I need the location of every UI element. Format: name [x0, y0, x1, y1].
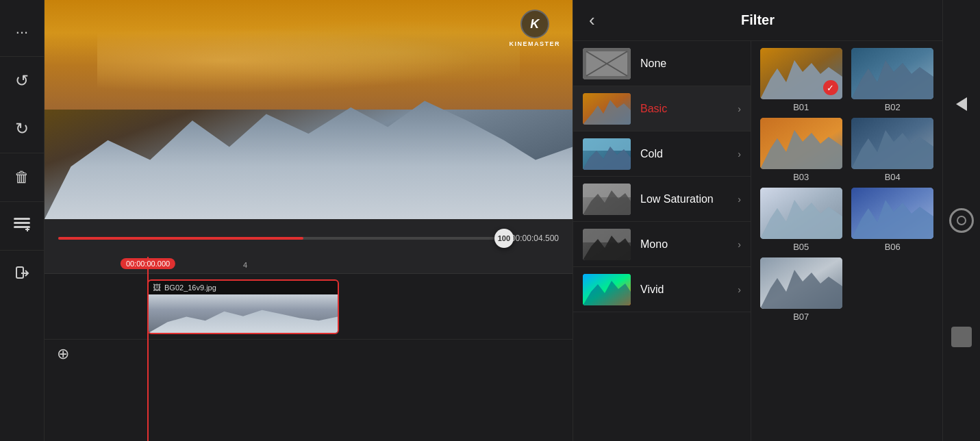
b07-label: B07 — [793, 312, 809, 322]
cursor-time-label: 00:00:00.000 — [121, 258, 175, 269]
b01-thumb: ✓ — [760, 48, 842, 99]
filter-title: Filter — [741, 12, 775, 28]
timeline-cursor: 00:00:00.000 — [147, 257, 149, 441]
left-toolbar: ··· ↺ ↻ 🗑 — [0, 0, 45, 441]
filter-item-b07[interactable]: B07 — [758, 257, 844, 322]
cold-thumb — [583, 138, 631, 170]
filter-categories: None — [573, 41, 751, 441]
b05-thumb — [760, 188, 842, 239]
filter-category-none[interactable]: None — [573, 41, 751, 86]
filter-body: None — [573, 41, 942, 441]
stop-button[interactable] — [943, 316, 981, 357]
b05-label: B05 — [793, 242, 809, 252]
cold-chevron-icon: › — [738, 149, 741, 160]
vivid-thumb — [583, 274, 631, 305]
filter-category-vivid[interactable]: Vivid › — [573, 267, 751, 312]
filter-item-b06[interactable]: B06 — [850, 188, 936, 252]
category-none-label: None — [640, 58, 741, 70]
category-vivid-label: Vivid — [640, 284, 728, 296]
b03-thumb — [760, 118, 842, 169]
more-options-button[interactable]: ··· — [0, 8, 45, 56]
video-preview: K KINEMASTER — [45, 0, 573, 219]
mono-thumb — [583, 229, 631, 260]
add-layer-button[interactable]: ⊕ — [51, 342, 75, 366]
filter-item-b03[interactable]: B03 — [758, 118, 844, 182]
mono-chevron-icon: › — [738, 239, 741, 250]
undo-icon: ↺ — [15, 71, 29, 90]
lowsat-thumb — [583, 184, 631, 215]
b02-thumb — [851, 48, 933, 99]
record-icon — [949, 208, 974, 233]
scrubber-track[interactable]: 100 — [58, 237, 504, 240]
stop-icon — [951, 327, 972, 347]
trash-icon: 🗑 — [14, 168, 29, 186]
vivid-chevron-icon: › — [738, 284, 741, 295]
scrubber-handle[interactable]: 100 — [494, 229, 514, 248]
export-button[interactable] — [0, 251, 45, 299]
kinemaster-logo-circle: K — [520, 10, 549, 38]
image-icon: 🖼 — [153, 283, 161, 292]
b06-label: B06 — [885, 242, 901, 252]
category-mono-label: Mono — [640, 238, 728, 251]
clip-filename: BG02_16v9.jpg — [164, 284, 216, 292]
b06-thumb — [851, 188, 933, 239]
ruler-marker-4: 4 — [243, 261, 247, 269]
more-dots-icon: ··· — [16, 23, 28, 41]
main-area: K KINEMASTER 100 00:00:04.500 00:00:00.0… — [45, 0, 573, 441]
play-back-button[interactable] — [943, 84, 981, 125]
b01-label: B01 — [793, 102, 809, 112]
svg-rect-0 — [14, 218, 30, 220]
end-time-label: 00:00:04.500 — [511, 234, 566, 243]
kinemaster-logo-text: KINEMASTER — [509, 40, 560, 47]
lowsat-chevron-icon: › — [738, 194, 741, 205]
filter-grid: ✓ B01 — [751, 41, 942, 441]
right-sidebar — [942, 0, 980, 441]
kinemaster-logo: K KINEMASTER — [509, 10, 560, 47]
filter-panel: ‹ Filter None — [573, 0, 942, 441]
selected-checkmark: ✓ — [823, 80, 838, 95]
clip-thumbnail — [149, 294, 338, 333]
scrubber-progress — [58, 237, 303, 240]
category-basic-label: Basic — [640, 103, 728, 115]
media-clip[interactable]: 🖼 BG02_16v9.jpg — [147, 279, 339, 334]
redo-button[interactable]: ↻ — [0, 105, 45, 153]
filter-item-b04[interactable]: B04 — [850, 118, 936, 182]
clip-header: 🖼 BG02_16v9.jpg — [149, 281, 338, 294]
adjust-layers-button[interactable] — [0, 202, 45, 250]
filter-category-mono[interactable]: Mono › — [573, 222, 751, 267]
filter-item-b01[interactable]: ✓ B01 — [758, 48, 844, 112]
redo-icon: ↻ — [15, 119, 29, 138]
timeline-add-toolbar: ⊕ — [45, 339, 573, 368]
b03-label: B03 — [793, 172, 809, 182]
b07-thumb — [760, 257, 842, 309]
clip-thumb-mountains — [149, 306, 338, 333]
record-button[interactable] — [943, 200, 981, 241]
video-clouds-layer — [97, 22, 520, 99]
filter-header: ‹ Filter — [573, 0, 942, 41]
filter-item-b02[interactable]: B02 — [850, 48, 936, 112]
b02-label: B02 — [885, 102, 901, 112]
timeline-scrubber[interactable]: 100 00:00:04.500 — [45, 219, 573, 257]
basic-chevron-icon: › — [738, 103, 741, 114]
svg-rect-14 — [583, 138, 631, 151]
category-lowsat-label: Low Saturation — [640, 193, 728, 205]
layers-icon — [14, 218, 30, 235]
play-back-icon — [956, 97, 967, 111]
none-thumb — [583, 48, 631, 79]
basic-thumb — [583, 93, 631, 125]
export-icon — [14, 265, 29, 284]
category-cold-label: Cold — [640, 148, 728, 160]
filter-category-lowsat[interactable]: Low Saturation › — [573, 177, 751, 222]
b04-thumb — [851, 118, 933, 169]
timeline-content: 00:00:00.000 4 🖼 BG02_16v9.jpg — [45, 257, 573, 441]
filter-item-b05[interactable]: B05 — [758, 188, 844, 252]
filter-back-button[interactable]: ‹ — [586, 6, 599, 34]
timeline-area: 100 00:00:04.500 00:00:00.000 4 🖼 BG02_1… — [45, 219, 573, 441]
delete-button[interactable]: 🗑 — [0, 153, 45, 201]
undo-button[interactable]: ↺ — [0, 57, 45, 105]
timeline-track: 🖼 BG02_16v9.jpg — [45, 274, 573, 339]
filter-category-cold[interactable]: Cold › — [573, 131, 751, 177]
svg-rect-1 — [14, 222, 30, 224]
b04-label: B04 — [885, 172, 901, 182]
filter-category-basic[interactable]: Basic › — [573, 86, 751, 131]
